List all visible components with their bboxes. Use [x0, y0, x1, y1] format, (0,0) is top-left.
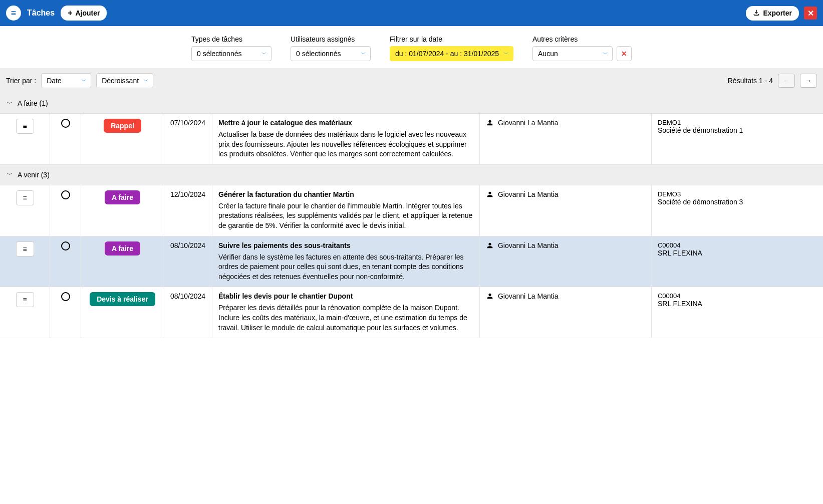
company-name: SRL FLEXINA — [658, 249, 817, 257]
task-title: Établir les devis pour le chantier Dupon… — [218, 292, 473, 300]
assigned-user: Giovanni La Mantia — [498, 292, 559, 300]
sort-bar: Trier par : Date ﹀ Décroissant ﹀ Résulta… — [0, 68, 823, 93]
task-description: Actualiser la base de données des matéri… — [218, 130, 473, 159]
task-date: 08/10/2024 — [164, 287, 212, 338]
task-type-badge: A faire — [105, 190, 140, 204]
company-code: C00004 — [658, 241, 817, 249]
chevron-down-icon: ﹀ — [143, 77, 149, 85]
company-code: DEMO3 — [658, 190, 817, 198]
assigned-user: Giovanni La Mantia — [498, 119, 559, 127]
chevron-down-icon: ﹀ — [7, 171, 13, 178]
filter-assigned-users-value: 0 sélectionnés — [296, 50, 341, 58]
task-type-badge: A faire — [105, 241, 140, 256]
filter-task-types[interactable]: 0 sélectionnés ﹀ — [191, 46, 271, 61]
row-menu-button[interactable]: ≡ — [16, 190, 34, 205]
status-circle[interactable] — [61, 292, 70, 301]
company-name: SRL FLEXINA — [658, 300, 817, 308]
task-description: Créer la facture finale pour le chantier… — [218, 201, 473, 231]
page-title: Tâches — [27, 9, 55, 18]
hamburger-icon: ≡ — [23, 194, 27, 202]
user-icon — [486, 119, 494, 128]
filter-date-value: du : 01/07/2024 - au : 31/01/2025 — [395, 50, 499, 58]
task-list: ﹀A faire (1)≡Rappel07/10/2024Mettre à jo… — [0, 93, 823, 338]
assigned-user: Giovanni La Mantia — [498, 241, 559, 249]
sort-direction-select[interactable]: Décroissant ﹀ — [96, 73, 153, 88]
task-description: Préparer les devis détaillés pour la rén… — [218, 303, 473, 333]
task-row[interactable]: ≡Devis à réaliser08/10/2024Établir les d… — [0, 287, 823, 338]
add-button[interactable]: + Ajouter — [61, 6, 107, 21]
filters-bar: Types de tâches 0 sélectionnés ﹀ Utilisa… — [0, 26, 823, 68]
row-menu-button[interactable]: ≡ — [16, 292, 34, 307]
assigned-user: Giovanni La Mantia — [498, 190, 559, 198]
filter-date[interactable]: du : 01/07/2024 - au : 31/01/2025 ﹀ — [390, 46, 513, 61]
sort-direction-value: Décroissant — [102, 77, 139, 85]
filter-label-other: Autres critères — [532, 35, 632, 43]
filter-label-date: Filtrer sur la date — [390, 35, 513, 43]
arrow-right-icon: → — [805, 77, 812, 85]
plus-icon: + — [68, 9, 72, 18]
task-date: 07/10/2024 — [164, 114, 212, 164]
task-row[interactable]: ≡A faire12/10/2024Générer la facturation… — [0, 185, 823, 236]
status-circle[interactable] — [61, 241, 70, 250]
add-button-label: Ajouter — [75, 9, 100, 17]
status-circle[interactable] — [61, 190, 70, 199]
company-name: Société de démonstration 3 — [658, 198, 817, 206]
clear-filters-button[interactable]: ✕ — [617, 46, 632, 61]
row-menu-button[interactable]: ≡ — [16, 119, 34, 134]
export-button[interactable]: Exporter — [746, 6, 799, 21]
chevron-down-icon: ﹀ — [81, 77, 87, 85]
task-title: Générer la facturation du chantier Marti… — [218, 190, 473, 198]
hamburger-icon: ≡ — [23, 245, 27, 253]
chevron-down-icon: ﹀ — [361, 50, 366, 58]
chevron-down-icon: ﹀ — [603, 50, 608, 58]
task-type-badge: Rappel — [104, 119, 141, 133]
row-menu-button[interactable]: ≡ — [16, 241, 34, 257]
export-button-label: Exporter — [763, 9, 792, 17]
hamburger-icon: ≡ — [11, 8, 17, 19]
task-description: Vérifier dans le système les factures en… — [218, 253, 473, 282]
filter-other-value: Aucun — [538, 50, 558, 58]
prev-page-button[interactable]: ← — [778, 74, 795, 88]
top-header: ≡ Tâches + Ajouter Exporter ✕ — [0, 0, 823, 26]
filter-other-criteria[interactable]: Aucun ﹀ — [532, 46, 613, 61]
task-date: 08/10/2024 — [164, 236, 212, 287]
sort-field-value: Date — [47, 77, 62, 85]
x-icon: ✕ — [621, 50, 627, 58]
task-date: 12/10/2024 — [164, 185, 212, 236]
sort-label: Trier par : — [6, 77, 36, 85]
filter-assigned-users[interactable]: 0 sélectionnés ﹀ — [291, 46, 371, 61]
menu-button[interactable]: ≡ — [6, 6, 21, 21]
next-page-button[interactable]: → — [800, 74, 817, 88]
company-code: C00004 — [658, 292, 817, 300]
user-icon — [486, 292, 494, 302]
company-code: DEMO1 — [658, 119, 817, 126]
status-circle[interactable] — [61, 119, 70, 128]
task-type-badge: Devis à réaliser — [90, 292, 155, 306]
company-name: Société de démonstration 1 — [658, 126, 817, 134]
user-icon — [486, 190, 494, 200]
chevron-down-icon: ﹀ — [261, 50, 267, 58]
hamburger-icon: ≡ — [23, 296, 27, 304]
chevron-down-icon: ﹀ — [503, 50, 509, 58]
task-title: Suivre les paiements des sous-traitants — [218, 241, 473, 249]
results-count: Résultats 1 - 4 — [728, 77, 773, 85]
task-row[interactable]: ≡A faire08/10/2024Suivre les paiements d… — [0, 236, 823, 288]
group-header[interactable]: ﹀A venir (3) — [0, 165, 823, 185]
close-icon: ✕ — [807, 9, 814, 18]
filter-label-task-types: Types de tâches — [191, 35, 271, 43]
arrow-left-icon: ← — [783, 77, 790, 85]
filter-task-types-value: 0 sélectionnés — [197, 50, 242, 58]
hamburger-icon: ≡ — [23, 122, 27, 130]
group-label: A venir (3) — [18, 171, 50, 179]
task-row[interactable]: ≡Rappel07/10/2024Mettre à jour le catalo… — [0, 114, 823, 165]
chevron-down-icon: ﹀ — [7, 100, 13, 107]
task-title: Mettre à jour le catalogue des matériaux — [218, 119, 473, 127]
group-header[interactable]: ﹀A faire (1) — [0, 93, 823, 114]
close-button[interactable]: ✕ — [804, 7, 817, 20]
download-icon — [753, 9, 760, 18]
filter-label-assigned-users: Utilisateurs assignés — [291, 35, 371, 43]
user-icon — [486, 241, 494, 251]
sort-field-select[interactable]: Date ﹀ — [41, 73, 91, 88]
group-label: A faire (1) — [18, 99, 48, 107]
